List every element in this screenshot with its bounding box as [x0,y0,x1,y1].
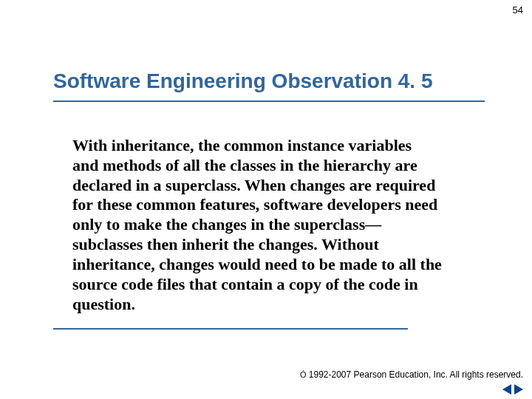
slide-title: Software Engineering Observation 4. 5 [53,69,432,93]
title-rule [53,100,485,102]
body-text: With inheritance, the common instance va… [72,136,442,314]
nav-arrows [502,384,523,395]
footer-text: 1992-2007 Pearson Education, Inc. All ri… [306,369,523,380]
page-number: 54 [513,4,523,16]
next-slide-icon[interactable] [514,384,523,395]
prev-slide-icon[interactable] [502,384,511,395]
footer-copyright: Ó 1992-2007 Pearson Education, Inc. All … [300,369,523,380]
bottom-rule [53,328,408,330]
